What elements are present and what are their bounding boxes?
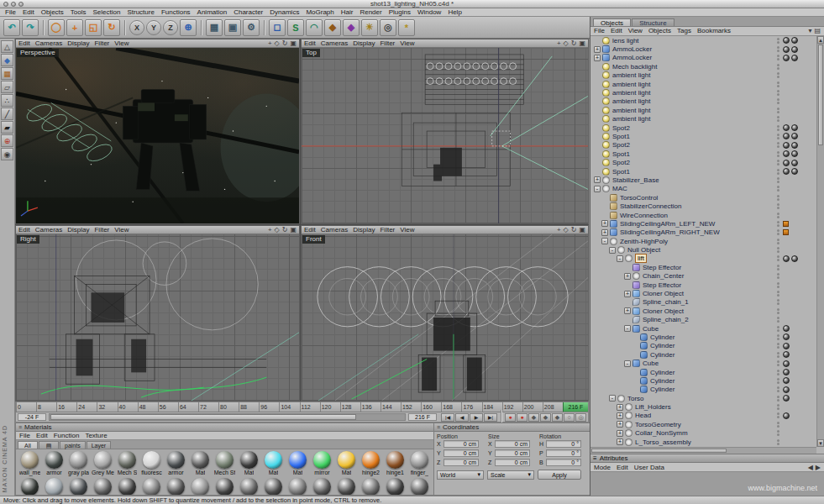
tree-row-slidingceilingarm-left-new[interactable]: +SlidingCeilingARm_LEFT_NEW — [590, 219, 817, 228]
material-preview-sphere[interactable] — [338, 478, 355, 495]
expander-icon[interactable]: + — [617, 404, 623, 411]
undo-icon[interactable]: ↶ — [3, 19, 20, 36]
maximize-view-icon[interactable]: ▣ — [290, 39, 297, 47]
material-item[interactable] — [164, 477, 188, 495]
expander-icon[interactable]: + — [624, 291, 631, 297]
material-item[interactable]: hinge1 — [383, 450, 407, 477]
material-tag-icon[interactable] — [791, 142, 798, 149]
current-frame-marker[interactable]: 216 F — [563, 402, 588, 412]
tree-row-cylinder[interactable]: Cylinder — [590, 342, 817, 350]
object-label[interactable]: Cube — [643, 360, 659, 367]
coord-field-size-y[interactable]: 0 cm — [495, 449, 530, 457]
material-item[interactable]: Mat — [66, 477, 91, 495]
object-label[interactable]: ambient light — [612, 81, 650, 88]
object-label[interactable]: ambient light — [612, 89, 650, 97]
scroll-down-icon[interactable]: ▼ — [817, 439, 824, 447]
tree-row-null-object[interactable]: -Null Object — [590, 245, 817, 254]
expander-icon[interactable]: + — [617, 412, 623, 419]
visibility-dots-icon[interactable] — [777, 229, 779, 235]
snap-icon[interactable]: ◉ — [1, 148, 13, 160]
material-preview-sphere[interactable] — [192, 451, 209, 469]
object-label[interactable]: Spot2 — [612, 141, 630, 149]
maximize-view-icon[interactable]: ▣ — [579, 39, 585, 47]
material-item[interactable]: Mat — [334, 450, 359, 477]
coord-field-size-z[interactable]: 0 cm — [495, 459, 530, 466]
add-primitive-icon[interactable]: ◻ — [269, 19, 286, 36]
coord-system-select[interactable]: World▾ — [437, 470, 484, 480]
tree-row-cloner-object[interactable]: +Cloner Object — [590, 289, 817, 297]
rotate-view-icon[interactable]: ↻ — [282, 226, 288, 234]
coord-field-rotation-h[interactable]: 0 ° — [546, 440, 581, 448]
texture-mode-icon[interactable]: ▦ — [1, 67, 13, 80]
z-axis-lock[interactable]: Z — [163, 20, 178, 35]
visibility-dots-icon[interactable] — [777, 439, 779, 445]
coord-mode-select[interactable]: Scale▾ — [487, 470, 534, 480]
materials-tab-paints[interactable]: paints — [60, 441, 86, 449]
materials-menu-edit[interactable]: Edit — [36, 432, 48, 439]
material-item[interactable]: mirror — [42, 477, 66, 495]
object-label[interactable]: Spline_chain_2 — [643, 316, 689, 323]
render-settings-icon[interactable]: ⚙ — [243, 19, 260, 36]
perspective-scene[interactable]: Perspective — [16, 48, 299, 223]
object-label[interactable]: WireConnection — [620, 212, 668, 219]
material-item[interactable] — [383, 477, 407, 495]
material-tag-icon[interactable] — [783, 150, 790, 157]
material-item[interactable] — [359, 477, 383, 495]
object-label[interactable]: Head — [635, 412, 651, 419]
attributes-menu-mode[interactable]: Mode — [594, 464, 611, 471]
material-item[interactable]: Mat — [286, 450, 310, 477]
expander-icon[interactable]: - — [617, 255, 623, 262]
solo-button[interactable]: ◎ — [575, 413, 586, 422]
goto-end-button[interactable]: ▶| — [484, 413, 497, 422]
visibility-dots-icon[interactable] — [777, 81, 779, 87]
tree-row-ambient-light[interactable]: ambient light — [590, 88, 817, 97]
material-tag-icon[interactable] — [791, 168, 798, 175]
material-tag-icon[interactable] — [783, 377, 790, 384]
material-tag-icon[interactable] — [791, 133, 798, 139]
tree-row-spot2[interactable]: Spot2 — [590, 141, 817, 150]
visibility-dots-icon[interactable] — [777, 72, 779, 78]
object-label[interactable]: Mech backlight — [612, 63, 657, 71]
material-item[interactable]: armor — [42, 450, 66, 477]
material-preview-sphere[interactable] — [45, 478, 63, 495]
material-preview-sphere[interactable] — [386, 451, 404, 469]
tree-row-collar-nonsymm[interactable]: +Collar_NonSymm — [590, 429, 817, 438]
material-item[interactable] — [334, 477, 359, 495]
record-parameter-button[interactable]: ○ — [564, 413, 575, 422]
timeline-scrollbar[interactable] — [49, 413, 406, 421]
material-preview-sphere[interactable] — [143, 478, 160, 495]
material-item[interactable]: wall_me — [18, 450, 42, 477]
record-keyframe-button[interactable]: ● — [505, 413, 516, 422]
object-label[interactable]: lift — [635, 254, 647, 263]
tree-row-ammolocker[interactable]: +AmmoLocker — [590, 45, 817, 53]
add-nurbs-icon[interactable]: ◠ — [306, 19, 323, 36]
material-tag-icon[interactable] — [783, 142, 790, 149]
menu-plugins[interactable]: Plugins — [389, 8, 411, 16]
object-label[interactable]: Spot1 — [612, 150, 630, 158]
visibility-dots-icon[interactable] — [777, 195, 779, 201]
material-item[interactable] — [213, 477, 237, 495]
pan-view-icon[interactable]: + — [268, 39, 272, 47]
expander-icon[interactable]: + — [624, 273, 631, 280]
keyframe-tag-icon[interactable] — [783, 221, 789, 227]
tree-row-wireconnection[interactable]: WireConnection — [590, 211, 817, 219]
material-preview-sphere[interactable] — [216, 451, 234, 469]
zoom-view-icon[interactable]: ◇ — [564, 39, 569, 47]
visibility-dots-icon[interactable] — [777, 343, 779, 349]
maximize-view-icon[interactable]: ▣ — [290, 226, 297, 234]
object-label[interactable]: Cylinder — [650, 351, 674, 359]
viewport-menu-display[interactable]: Display — [353, 226, 375, 234]
object-label[interactable]: Cylinder — [650, 377, 674, 385]
workplane-mode-icon[interactable]: ▱ — [1, 81, 13, 93]
object-label[interactable]: Cloner Object — [643, 290, 684, 297]
objects-menu-bookmarks[interactable]: Bookmarks — [697, 27, 731, 35]
live-selection-icon[interactable]: ◯ — [48, 19, 65, 36]
material-tag-icon[interactable] — [783, 133, 790, 139]
menu-dynamics[interactable]: Dynamics — [270, 8, 299, 16]
right-scene[interactable]: Right — [16, 234, 299, 401]
visibility-dots-icon[interactable] — [777, 177, 779, 183]
material-preview-sphere[interactable] — [70, 451, 87, 469]
material-item[interactable] — [286, 477, 310, 495]
expander-icon[interactable]: + — [617, 421, 623, 428]
rotate-view-icon[interactable]: ↻ — [571, 226, 577, 234]
